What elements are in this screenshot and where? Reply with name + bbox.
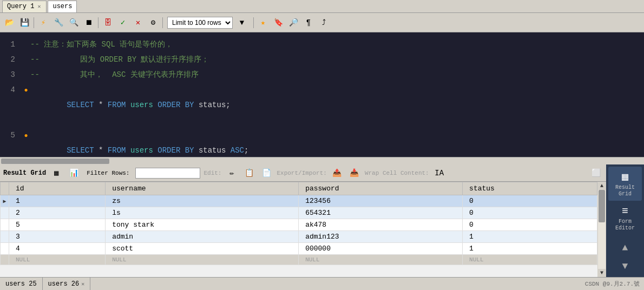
result-table-wrapper[interactable]: id username password status ▶ 1 zs 12345… bbox=[0, 182, 597, 277]
maximize-button[interactable]: ⬜ bbox=[589, 166, 603, 180]
col-password[interactable]: password bbox=[299, 182, 463, 195]
explain-button[interactable]: 🔧 bbox=[51, 16, 65, 30]
limit-select[interactable]: Limit to 100 rowsLimit to 500 rowsDon't … bbox=[167, 17, 233, 29]
export2-button[interactable]: ⤴ bbox=[317, 16, 331, 30]
execute-button[interactable]: ⚡ bbox=[36, 16, 50, 30]
edit-sep: Edit: bbox=[203, 170, 221, 176]
null-username: NULL bbox=[106, 255, 299, 265]
col-id[interactable]: id bbox=[9, 182, 106, 195]
sep4 bbox=[253, 17, 254, 28]
chart-button[interactable]: 📊 bbox=[67, 166, 81, 180]
export-sep: Export/Import: bbox=[277, 170, 326, 176]
result-toolbar: Result Grid ▦ 📊 Filter Rows: Edit: ✏ 📋 📄… bbox=[0, 164, 606, 182]
code-line-5: 5 ● SELECT * FROM users ORDER BY status … bbox=[0, 128, 644, 157]
cancel-button[interactable]: ✕ bbox=[131, 16, 145, 30]
code-line-2: 2 -- 因为 ORDER BY 默认进行升序排序； bbox=[0, 52, 644, 67]
col-status[interactable]: status bbox=[463, 182, 597, 195]
edit-pencil-button[interactable]: ✏ bbox=[225, 166, 239, 180]
scroll-thumb[interactable] bbox=[599, 190, 605, 222]
null-status: NULL bbox=[463, 255, 597, 265]
cell-password[interactable]: 000000 bbox=[299, 243, 463, 255]
horizontal-scrollbar[interactable] bbox=[0, 157, 644, 164]
result-grid-sidebar-button[interactable]: ▦ ResultGrid bbox=[608, 167, 642, 201]
cell-password[interactable]: 123456 bbox=[299, 195, 463, 207]
row-indicator: ▶ bbox=[1, 195, 9, 207]
cell-password[interactable]: 654321 bbox=[299, 207, 463, 219]
null-password: NULL bbox=[299, 255, 463, 265]
sep2 bbox=[98, 17, 98, 28]
table-row[interactable]: 5 tony stark ak478 0 bbox=[1, 219, 597, 231]
bottom-tab-users26-close[interactable]: ✕ bbox=[81, 281, 84, 287]
export-button[interactable]: 📤 bbox=[330, 166, 344, 180]
sidebar-up-arrow[interactable]: ▲ bbox=[622, 239, 628, 256]
form-editor-sidebar-button[interactable]: ≡ FormEditor bbox=[608, 202, 642, 235]
cell-status[interactable]: 0 bbox=[463, 195, 597, 207]
bookmark-button[interactable]: ★ bbox=[256, 16, 270, 30]
null-id: NULL bbox=[9, 255, 106, 265]
main-toolbar: 📂 💾 ⚡ 🔧 🔍 ⏹ 🗄 ✓ ✕ ⚙ Limit to 100 rowsLim… bbox=[0, 13, 644, 32]
cell-status[interactable]: 1 bbox=[463, 231, 597, 243]
cell-password[interactable]: ak478 bbox=[299, 219, 463, 231]
db-button[interactable]: 🗄 bbox=[101, 16, 115, 30]
cell-id[interactable]: 1 bbox=[9, 195, 106, 207]
tab-users[interactable]: users bbox=[48, 1, 77, 12]
bottom-tab-users25[interactable]: users 25 bbox=[0, 278, 43, 290]
bottom-tab-bar: users 25 users 26 ✕ CSDN @9.月2.7.號 bbox=[0, 277, 644, 290]
cell-status[interactable]: 1 bbox=[463, 243, 597, 255]
h-scroll-thumb[interactable] bbox=[1, 159, 109, 164]
table-row[interactable]: 3 admin admin123 1 bbox=[1, 231, 597, 243]
limit-select-group: Limit to 100 rowsLimit to 500 rowsDon't … bbox=[167, 16, 249, 30]
filter-input[interactable] bbox=[135, 168, 200, 179]
import-button[interactable]: 📥 bbox=[347, 166, 362, 180]
cell-id[interactable]: 3 bbox=[9, 231, 106, 243]
settings-button[interactable]: ⚙ bbox=[146, 16, 160, 30]
row-indicator bbox=[1, 207, 9, 219]
scroll-track[interactable] bbox=[598, 190, 606, 269]
cell-password[interactable]: admin123 bbox=[299, 231, 463, 243]
find-button[interactable]: 🔎 bbox=[286, 16, 300, 30]
tab-bar: Query 1 ✕ users bbox=[0, 0, 644, 13]
cell-username[interactable]: scott bbox=[106, 243, 299, 255]
result-grid-label: Result Grid bbox=[3, 169, 46, 177]
result-main: Result Grid ▦ 📊 Filter Rows: Edit: ✏ 📋 📄… bbox=[0, 164, 606, 277]
cell-id[interactable]: 5 bbox=[9, 219, 106, 231]
scroll-down-button[interactable]: ▼ bbox=[599, 269, 604, 277]
cell-status[interactable]: 0 bbox=[463, 207, 597, 219]
tab-query1-close[interactable]: ✕ bbox=[36, 3, 42, 10]
cell-id[interactable]: 2 bbox=[9, 207, 106, 219]
cell-status[interactable]: 0 bbox=[463, 219, 597, 231]
cell-id[interactable]: 4 bbox=[9, 243, 106, 255]
sql-editor[interactable]: 1 -- 注意：如下两条 SQL 语句是等价的， 2 -- 因为 ORDER B… bbox=[0, 32, 644, 157]
cell-username[interactable]: ls bbox=[106, 207, 299, 219]
col-username[interactable]: username bbox=[106, 182, 299, 195]
bookmark2-button[interactable]: 🔖 bbox=[271, 16, 285, 30]
open-button[interactable]: 📂 bbox=[2, 16, 16, 30]
search-button[interactable]: 🔍 bbox=[67, 16, 81, 30]
save-button[interactable]: 💾 bbox=[17, 16, 31, 30]
table-row-null: NULL NULL NULL NULL bbox=[1, 255, 597, 265]
limit-dropdown-icon[interactable]: ▼ bbox=[235, 16, 249, 30]
filter-label: Filter Rows: bbox=[84, 169, 132, 177]
bottom-tab-users26[interactable]: users 26 ✕ bbox=[43, 278, 91, 290]
grid-view-button[interactable]: ▦ bbox=[49, 166, 63, 180]
check-button[interactable]: ✓ bbox=[116, 16, 130, 30]
vertical-scrollbar[interactable]: ▲ ▼ bbox=[597, 182, 606, 277]
edit-copy-button[interactable]: 📋 bbox=[242, 166, 256, 180]
format-button[interactable]: ¶ bbox=[301, 16, 316, 30]
table-row[interactable]: 2 ls 654321 0 bbox=[1, 207, 597, 219]
tab-query1-label: Query 1 bbox=[7, 3, 34, 10]
sep1 bbox=[34, 17, 34, 28]
scroll-up-button[interactable]: ▲ bbox=[599, 182, 604, 190]
table-row[interactable]: 4 scott 000000 1 bbox=[1, 243, 597, 255]
cell-username[interactable]: tony stark bbox=[106, 219, 299, 231]
tab-query1[interactable]: Query 1 ✕ bbox=[2, 1, 47, 12]
result-grid-sidebar-label: ResultGrid bbox=[615, 184, 635, 197]
cell-username[interactable]: zs bbox=[106, 195, 299, 207]
stop-button[interactable]: ⏹ bbox=[82, 16, 96, 30]
table-row[interactable]: ▶ 1 zs 123456 0 bbox=[1, 195, 597, 207]
row-indicator bbox=[1, 243, 9, 255]
cell-username[interactable]: admin bbox=[106, 231, 299, 243]
edit-paste-button[interactable]: 📄 bbox=[259, 166, 273, 180]
sidebar-down-arrow[interactable]: ▼ bbox=[622, 258, 628, 275]
wrap-button[interactable]: IA bbox=[432, 166, 446, 180]
